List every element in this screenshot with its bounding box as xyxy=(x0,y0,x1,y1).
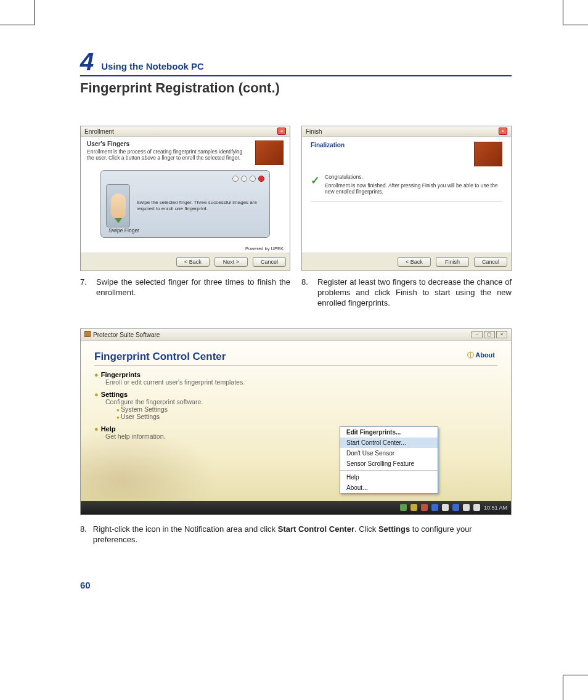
fingerprint-thumb-icon xyxy=(474,142,502,166)
about-link[interactable]: About xyxy=(467,351,495,360)
menu-edit-fingerprints[interactable]: Edit Fingerprints... xyxy=(340,427,438,437)
dialog-titlebar: Enrollment × xyxy=(81,126,290,137)
finish-message-block: Congratulations. Enrollment is now finis… xyxy=(325,174,502,195)
congrats-label: Congratulations. xyxy=(325,174,502,180)
window-title: Protector Suite Software xyxy=(84,331,160,338)
sample-dot-icon xyxy=(241,176,247,182)
dialog-heading: User's Fingers xyxy=(87,140,129,147)
caption-8a: 8. Register at least two fingers to decr… xyxy=(301,277,512,309)
crop-mark xyxy=(563,675,588,675)
sample-dot-error-icon xyxy=(258,176,264,182)
maximize-icon[interactable]: ▢ xyxy=(484,331,495,338)
battery-icon[interactable] xyxy=(463,504,470,511)
powered-by-label: Powered by UPEK xyxy=(245,246,284,251)
app-icon xyxy=(84,331,91,337)
cancel-button[interactable]: Cancel xyxy=(474,257,507,267)
close-icon[interactable]: × xyxy=(496,331,507,338)
volume-icon[interactable] xyxy=(473,504,480,511)
taskbar: 10:51 AM xyxy=(81,501,511,515)
tray-context-menu: Edit Fingerprints... Start Control Cente… xyxy=(340,426,438,494)
caption-text-part: Right-click the icon in the Notification… xyxy=(93,524,278,534)
caption-text: Register at least two fingers to decreas… xyxy=(317,277,512,309)
fingerprint-watermark-icon xyxy=(81,427,216,501)
control-center-heading: Fingerprint Control Center xyxy=(94,351,497,366)
control-center-figure: Protector Suite Software – ▢ × About Fin… xyxy=(80,328,512,515)
settings-desc: Configure the fingerprint software. xyxy=(105,398,497,405)
dialog-desc: Enrollment is the process of creating fi… xyxy=(87,149,242,161)
cancel-button[interactable]: Cancel xyxy=(253,257,286,267)
dialog-title: Finish xyxy=(306,128,322,135)
crop-mark xyxy=(0,25,35,25)
control-center-body: About Fingerprint Control Center ●Finger… xyxy=(81,341,511,501)
menu-sensor-scrolling[interactable]: Sensor Scrolling Feature xyxy=(340,458,438,469)
swipe-panel: Swipe the selected finger. Three success… xyxy=(100,170,269,238)
finger-graphic-icon xyxy=(106,184,130,227)
menu-start-control-center[interactable]: Start Control Center... xyxy=(340,437,438,448)
menu-about[interactable]: About... xyxy=(340,482,438,493)
chapter-title: Using the Notebook PC xyxy=(101,61,204,74)
caption-number: 7. xyxy=(80,277,90,298)
fingerprints-desc: Enroll or edit current user's fingerprin… xyxy=(105,378,497,386)
crop-mark xyxy=(35,0,35,25)
menu-help[interactable]: Help xyxy=(340,472,438,482)
window-title-text: Protector Suite Software xyxy=(93,332,160,338)
page-content: 4 Using the Notebook PC Fingerprint Regi… xyxy=(80,49,512,590)
back-button[interactable]: < Back xyxy=(398,257,431,267)
caption-7: 7. Swipe the selected finger for three t… xyxy=(80,277,290,298)
caption-text-part: . Click xyxy=(354,524,378,534)
finish-dialog: Finish × Finalization ✓ Congratulations.… xyxy=(301,126,512,271)
close-icon[interactable]: × xyxy=(277,128,286,135)
section-title: Fingerprint Registration (cont.) xyxy=(80,80,512,96)
sample-dot-icon xyxy=(232,176,239,182)
caption-8b: 8. Right-click the icon in the Notificat… xyxy=(80,524,512,545)
finalization-heading: Finalization xyxy=(311,142,345,149)
back-button[interactable]: < Back xyxy=(176,257,210,267)
tray-icon[interactable] xyxy=(421,504,428,511)
sample-dot-icon xyxy=(250,176,256,182)
taskbar-clock: 10:51 AM xyxy=(484,505,507,511)
menu-dont-use-sensor[interactable]: Don't Use Sensor xyxy=(340,448,438,458)
chapter-number: 4 xyxy=(80,49,94,74)
finish-button[interactable]: Finish xyxy=(436,257,469,267)
bluetooth-icon[interactable] xyxy=(452,504,459,511)
caption-bold: Start Control Center xyxy=(278,524,354,534)
tray-icon[interactable] xyxy=(400,504,407,511)
user-settings-link[interactable]: User Settings xyxy=(116,413,497,420)
swipe-label: Swipe Finger xyxy=(108,227,139,234)
next-button[interactable]: Next > xyxy=(214,257,248,267)
window-titlebar: Protector Suite Software – ▢ × xyxy=(81,329,511,341)
finish-message: Enrollment is now finished. After pressi… xyxy=(325,182,502,195)
fingerprint-thumb-icon xyxy=(255,140,284,165)
caption-text: Right-click the icon in the Notification… xyxy=(93,524,512,545)
caption-number: 8. xyxy=(80,524,87,545)
dialog-heading-block: User's Fingers Enrollment is the process… xyxy=(87,140,250,161)
enrollment-dialog: Enrollment × User's Fingers Enrollment i… xyxy=(80,126,290,271)
chapter-header: 4 Using the Notebook PC xyxy=(80,49,512,76)
crop-mark xyxy=(563,675,563,700)
swipe-instruction: Swipe the selected finger. Three success… xyxy=(136,200,264,212)
page-number: 60 xyxy=(80,580,512,590)
crop-mark xyxy=(563,0,563,25)
close-icon[interactable]: × xyxy=(499,128,507,135)
finish-figure: Finish × Finalization ✓ Congratulations.… xyxy=(301,126,512,309)
caption-number: 8. xyxy=(301,277,311,309)
tray-icon[interactable] xyxy=(431,504,438,511)
settings-item[interactable]: ●Settings xyxy=(94,391,497,398)
check-icon: ✓ xyxy=(311,174,320,195)
crop-mark xyxy=(563,25,588,25)
caption-bold: Settings xyxy=(378,524,410,534)
system-settings-link[interactable]: System Settings xyxy=(116,405,497,413)
dialog-titlebar: Finish × xyxy=(302,126,511,137)
fingerprints-title: Fingerprints xyxy=(101,371,141,378)
caption-text: Swipe the selected finger for three time… xyxy=(96,277,290,298)
dialog-title: Enrollment xyxy=(84,128,114,135)
tray-icon[interactable] xyxy=(410,504,417,511)
settings-title: Settings xyxy=(101,391,128,398)
fingerprints-item[interactable]: ●Fingerprints xyxy=(94,371,497,378)
enrollment-figure: Enrollment × User's Fingers Enrollment i… xyxy=(80,126,290,309)
tray-icon[interactable] xyxy=(442,504,449,511)
minimize-icon[interactable]: – xyxy=(472,331,483,338)
